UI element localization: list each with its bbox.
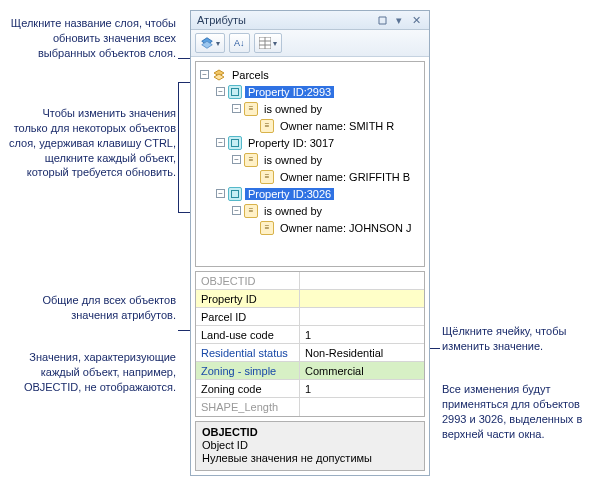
- tree-relation-label[interactable]: is owned by: [261, 154, 325, 166]
- collapse-icon[interactable]: −: [232, 104, 241, 113]
- grid-row[interactable]: Zoning code 1: [196, 380, 424, 398]
- attributes-window: Атрибуты ▾ ✕ ▾ A↓ ▾ −: [190, 10, 430, 476]
- tree-relation[interactable]: − is owned by: [232, 202, 422, 219]
- tree-feature[interactable]: − Property ID: 3017: [216, 134, 422, 151]
- window-options-icon[interactable]: [375, 14, 389, 26]
- chevron-down-icon: ▾: [273, 39, 277, 48]
- record-icon: [260, 170, 274, 184]
- tool-layers-button[interactable]: ▾: [195, 33, 225, 53]
- tree-relation[interactable]: − is owned by: [232, 100, 422, 117]
- grid-row[interactable]: Property ID: [196, 290, 424, 308]
- annotation-edit-cell: Щёлкните ячейку, чтобы изменить значение…: [442, 324, 592, 354]
- field-value[interactable]: 1: [300, 380, 424, 397]
- annotation-common-values: Общие для всех объектов значения атрибут…: [6, 293, 176, 323]
- svg-marker-7: [214, 74, 224, 80]
- desc-title: OBJECTID: [202, 426, 418, 438]
- tree-owner-label[interactable]: Owner name: JOHNSON J: [277, 222, 414, 234]
- collapse-icon[interactable]: −: [232, 206, 241, 215]
- annotation-layer-click: Щелкните название слоя, чтобы обновить з…: [6, 16, 176, 61]
- tool-sort-button[interactable]: A↓: [229, 33, 250, 53]
- grid-row[interactable]: OBJECTID: [196, 272, 424, 290]
- toolbar: ▾ A↓ ▾: [191, 30, 429, 57]
- tree-root-label[interactable]: Parcels: [229, 69, 272, 81]
- dropdown-icon[interactable]: ▾: [392, 14, 406, 26]
- annotation-ctrl-click: Чтобы изменить значения только для некот…: [6, 106, 176, 180]
- field-value[interactable]: [300, 290, 424, 307]
- chevron-down-icon: ▾: [216, 39, 220, 48]
- grid-row[interactable]: Parcel ID: [196, 308, 424, 326]
- tree-feature-label[interactable]: Property ID:3026: [245, 188, 334, 200]
- field-description-pane: OBJECTID Object ID Нулевые значения не д…: [195, 421, 425, 471]
- tree-owner[interactable]: Owner name: GRIFFITH B: [248, 168, 422, 185]
- record-icon: [260, 221, 274, 235]
- close-icon[interactable]: ✕: [409, 14, 423, 26]
- relation-icon: [244, 204, 258, 218]
- record-icon: [260, 119, 274, 133]
- field-value[interactable]: [300, 398, 424, 416]
- grid-row[interactable]: Land-use code 1: [196, 326, 424, 344]
- collapse-icon[interactable]: −: [232, 155, 241, 164]
- field-name: Parcel ID: [196, 308, 300, 325]
- grid-row[interactable]: SHAPE_Length: [196, 398, 424, 416]
- tree-pane[interactable]: − Parcels − Property ID:2993: [195, 61, 425, 267]
- tree-owner[interactable]: Owner name: SMITH R: [248, 117, 422, 134]
- tree-feature[interactable]: − Property ID:2993: [216, 83, 422, 100]
- collapse-icon[interactable]: −: [216, 138, 225, 147]
- annotation-hidden-fields: Значения, характеризующие каждый объект,…: [6, 350, 176, 395]
- field-value[interactable]: Non-Residential: [300, 344, 424, 361]
- feature-icon: [228, 187, 242, 201]
- tree-relation-label[interactable]: is owned by: [261, 103, 325, 115]
- field-value[interactable]: Commercial: [300, 362, 424, 379]
- tree-owner-label[interactable]: Owner name: SMITH R: [277, 120, 397, 132]
- tree-owner[interactable]: Owner name: JOHNSON J: [248, 219, 422, 236]
- field-name: OBJECTID: [196, 272, 300, 289]
- tree-feature[interactable]: − Property ID:3026: [216, 185, 422, 202]
- relation-icon: [244, 153, 258, 167]
- feature-icon: [228, 136, 242, 150]
- field-name: Land-use code: [196, 326, 300, 343]
- field-value[interactable]: [300, 308, 424, 325]
- field-name: Zoning - simple: [196, 362, 300, 379]
- desc-note: Нулевые значения не допустимы: [202, 452, 418, 464]
- tree-root[interactable]: − Parcels: [200, 66, 422, 83]
- field-value[interactable]: 1: [300, 326, 424, 343]
- relation-icon: [244, 102, 258, 116]
- tool-table-button[interactable]: ▾: [254, 33, 282, 53]
- desc-subtitle: Object ID: [202, 439, 418, 451]
- tree-relation-label[interactable]: is owned by: [261, 205, 325, 217]
- tree-relation[interactable]: − is owned by: [232, 151, 422, 168]
- attribute-grid: OBJECTID Property ID Parcel ID Land-use …: [195, 271, 425, 417]
- grid-row[interactable]: Zoning - simple Commercial: [196, 362, 424, 380]
- collapse-icon[interactable]: −: [216, 87, 225, 96]
- tree-feature-label[interactable]: Property ID: 3017: [245, 137, 337, 149]
- collapse-icon[interactable]: −: [200, 70, 209, 79]
- field-name: Residential status: [196, 344, 300, 361]
- annotation-applies-to: Все изменения будут применяться для объе…: [442, 382, 592, 441]
- tree-feature-label[interactable]: Property ID:2993: [245, 86, 334, 98]
- feature-icon: [228, 85, 242, 99]
- tree-owner-label[interactable]: Owner name: GRIFFITH B: [277, 171, 413, 183]
- field-value[interactable]: [300, 272, 424, 289]
- window-title: Атрибуты: [197, 14, 246, 26]
- field-name: SHAPE_Length: [196, 398, 300, 416]
- collapse-icon[interactable]: −: [216, 189, 225, 198]
- grid-row[interactable]: Residential status Non-Residential: [196, 344, 424, 362]
- layer-icon: [212, 68, 226, 82]
- field-name: Zoning code: [196, 380, 300, 397]
- titlebar[interactable]: Атрибуты ▾ ✕: [191, 11, 429, 30]
- field-name: Property ID: [196, 290, 300, 307]
